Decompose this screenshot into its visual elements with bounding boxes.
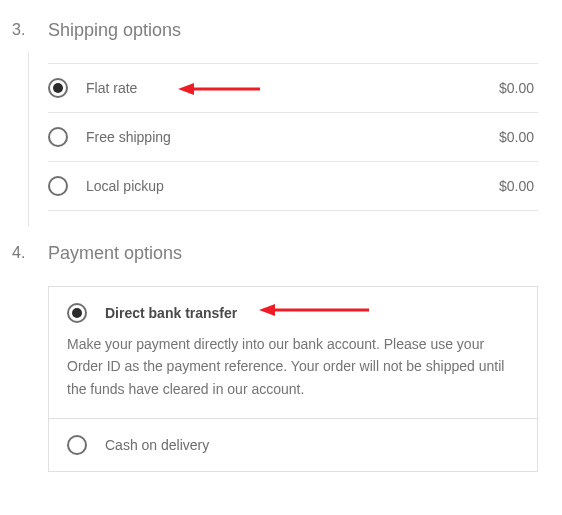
shipping-price: $0.00 — [499, 178, 534, 194]
annotation-arrow-icon — [259, 301, 369, 319]
shipping-options-list: Flat rate $0.00 Free shipping $0.00 Loca… — [48, 63, 538, 211]
shipping-option-local-pickup[interactable]: Local pickup $0.00 — [48, 162, 538, 211]
step-payment: 4. Payment options Direct bank transfer … — [12, 243, 538, 472]
payment-option-bank-transfer[interactable]: Direct bank transfer — [49, 287, 537, 333]
svg-marker-3 — [259, 304, 275, 316]
payment-label: Cash on delivery — [105, 437, 209, 453]
radio-icon — [48, 127, 68, 147]
radio-icon — [67, 435, 87, 455]
step-number: 3. — [12, 20, 48, 211]
shipping-label: Flat rate — [86, 80, 499, 96]
radio-icon — [67, 303, 87, 323]
payment-label: Direct bank transfer — [105, 305, 237, 321]
payment-option-cash-on-delivery[interactable]: Cash on delivery — [49, 419, 537, 471]
step-number: 4. — [12, 243, 48, 472]
radio-icon — [48, 176, 68, 196]
shipping-option-free-shipping[interactable]: Free shipping $0.00 — [48, 113, 538, 162]
payment-title: Payment options — [48, 243, 538, 264]
step-connector-line — [28, 52, 29, 227]
shipping-label: Local pickup — [86, 178, 499, 194]
shipping-price: $0.00 — [499, 80, 534, 96]
step-shipping: 3. Shipping options Flat rate $0.00 Free… — [12, 20, 538, 211]
shipping-option-flat-rate[interactable]: Flat rate $0.00 — [48, 64, 538, 113]
shipping-price: $0.00 — [499, 129, 534, 145]
payment-options-box: Direct bank transfer Make your payment d… — [48, 286, 538, 472]
shipping-label: Free shipping — [86, 129, 499, 145]
radio-icon — [48, 78, 68, 98]
shipping-title: Shipping options — [48, 20, 538, 41]
payment-description: Make your payment directly into our bank… — [49, 333, 537, 419]
